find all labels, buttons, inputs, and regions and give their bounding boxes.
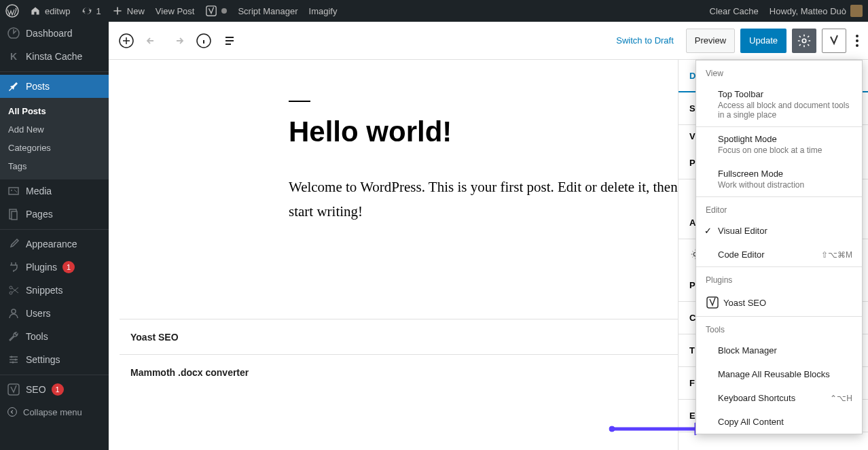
dd-spotlight[interactable]: Spotlight ModeFocus on one block at a ti… [696, 127, 862, 162]
pages-icon [7, 207, 20, 221]
svg-point-13 [8, 408, 17, 417]
updates-count: 1 [96, 6, 101, 16]
list-icon [221, 33, 238, 49]
submenu-all-posts[interactable]: All Posts [0, 102, 109, 120]
dd-block-manager[interactable]: Block Manager [696, 339, 862, 362]
check-icon: ✓ [704, 226, 712, 236]
kinsta-icon: K [7, 50, 20, 63]
undo-button[interactable] [140, 29, 164, 53]
collapse-icon [7, 406, 18, 417]
new-link[interactable]: New [107, 0, 150, 22]
outline-button[interactable] [217, 29, 242, 53]
info-button[interactable] [192, 29, 216, 53]
menu-kinsta-cache[interactable]: K Kinsta Cache [0, 45, 109, 68]
dd-fullscreen[interactable]: Fullscreen ModeWork without distraction [696, 162, 862, 196]
dd-section-plugins: Plugins [696, 267, 862, 289]
home-icon [30, 5, 41, 16]
post-title[interactable]: Hello world! [289, 116, 688, 148]
menu-appearance[interactable]: Appearance [0, 232, 109, 256]
wp-logo[interactable] [0, 0, 24, 22]
new-label: New [127, 6, 145, 16]
svg-point-8 [12, 309, 16, 313]
submenu-categories[interactable]: Categories [0, 139, 109, 157]
scissors-icon [7, 283, 20, 297]
dd-code-editor[interactable]: Code Editor ⇧⌥⌘M [696, 243, 862, 266]
clear-cache-link[interactable]: Clear Cache [704, 0, 764, 22]
menu-tools[interactable]: Tools [0, 325, 109, 348]
title-rule [289, 101, 310, 102]
wrench-icon [7, 330, 20, 343]
menu-snippets[interactable]: Snippets [0, 279, 109, 302]
menu-users[interactable]: Users [0, 302, 109, 325]
menu-posts[interactable]: Posts [0, 75, 109, 98]
dd-copy-all[interactable]: Copy All Content [696, 410, 862, 434]
menu-plugins[interactable]: Plugins 1 [0, 256, 109, 279]
dd-top-toolbar[interactable]: Top ToolbarAccess all block and document… [696, 82, 862, 126]
user-icon [7, 307, 20, 320]
redo-icon [170, 33, 186, 49]
redo-button[interactable] [166, 29, 190, 53]
yoast-icon [7, 383, 20, 396]
update-button[interactable]: Update [740, 29, 786, 53]
dd-section-view: View [696, 60, 862, 82]
preview-button[interactable]: Preview [686, 29, 735, 53]
plus-circle-icon [118, 33, 134, 49]
avatar [850, 5, 863, 17]
yoast-button[interactable] [822, 29, 846, 53]
svg-point-21 [609, 426, 615, 432]
svg-point-6 [10, 286, 12, 289]
menu-seo[interactable]: SEO 1 [0, 378, 109, 401]
svg-point-11 [12, 362, 14, 364]
yoast-ab[interactable] [200, 0, 232, 22]
status-dot-icon [221, 8, 227, 14]
admin-bar: editwp 1 New View Post Script Manager Im… [0, 0, 868, 22]
dd-reusable-blocks[interactable]: Manage All Reusable Blocks [696, 362, 862, 386]
svg-point-9 [11, 356, 13, 358]
gear-icon [797, 33, 812, 48]
media-icon [7, 184, 20, 198]
yoast-icon [706, 296, 719, 309]
dd-visual-editor[interactable]: ✓ Visual Editor [696, 219, 862, 243]
menu-dashboard[interactable]: Dashboard [0, 22, 109, 45]
menu-pages[interactable]: Pages [0, 203, 109, 226]
dd-section-editor: Editor [696, 197, 862, 219]
add-block-button[interactable] [114, 29, 139, 53]
editor: Switch to Draft Preview Update D S V P A… [109, 22, 868, 450]
seo-badge: 1 [52, 383, 64, 396]
more-menu-button[interactable] [852, 35, 863, 47]
info-icon [196, 33, 212, 49]
submenu-tags[interactable]: Tags [0, 157, 109, 175]
dd-section-tools: Tools [696, 317, 862, 339]
dd-yoast-seo[interactable]: Yoast SEO [696, 289, 862, 316]
svg-rect-2 [9, 188, 18, 194]
switch-draft-button[interactable]: Switch to Draft [609, 31, 681, 50]
undo-icon [144, 33, 160, 49]
svg-point-7 [10, 292, 12, 294]
menu-media[interactable]: Media [0, 179, 109, 203]
submenu-add-new[interactable]: Add New [0, 120, 109, 139]
annotation-arrow [608, 419, 710, 439]
updates-link[interactable]: 1 [76, 0, 107, 22]
svg-point-3 [11, 190, 12, 191]
more-menu-dropdown: View Top ToolbarAccess all block and doc… [695, 60, 863, 434]
menu-settings[interactable]: Settings [0, 348, 109, 371]
imagify-link[interactable]: Imagify [304, 0, 343, 22]
admin-sidebar: Dashboard K Kinsta Cache Posts All Posts… [0, 22, 109, 450]
brush-icon [7, 237, 20, 251]
svg-point-16 [802, 39, 806, 43]
site-link[interactable]: editwp [24, 0, 76, 22]
dd-keyboard-shortcuts[interactable]: Keyboard Shortcuts ⌃⌥H [696, 386, 862, 410]
collapse-menu[interactable]: Collapse menu [0, 401, 109, 423]
script-manager-link[interactable]: Script Manager [232, 0, 303, 22]
howdy-link[interactable]: Howdy, Matteo Duò [764, 0, 868, 22]
wordpress-icon [5, 4, 19, 18]
yoast-icon [827, 34, 841, 48]
settings-button[interactable] [792, 29, 816, 53]
plug-icon [7, 260, 20, 274]
yoast-icon [205, 5, 217, 17]
editor-header: Switch to Draft Preview Update [109, 22, 868, 60]
posts-submenu: All Posts Add New Categories Tags [0, 98, 109, 179]
svg-point-10 [15, 359, 17, 361]
view-post-link[interactable]: View Post [150, 0, 200, 22]
post-content[interactable]: Welcome to WordPress. This is your first… [289, 175, 688, 224]
